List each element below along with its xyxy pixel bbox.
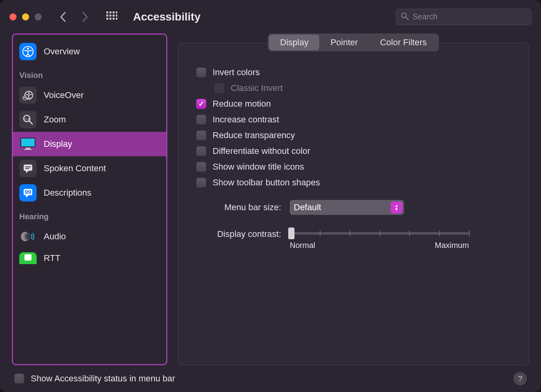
search-field[interactable] (396, 9, 532, 25)
option-label: Invert colors (213, 67, 260, 78)
menu-bar-size-select[interactable]: Default ▲▼ (290, 200, 404, 215)
display-contrast-slider[interactable] (290, 232, 469, 235)
chevron-left-icon (60, 12, 66, 22)
sidebar-item-descriptions[interactable]: 99 Descriptions (13, 181, 166, 205)
select-stepper-icon: ▲▼ (391, 202, 402, 213)
menu-bar-size-label: Menu bar size: (192, 202, 281, 213)
back-button[interactable] (57, 11, 69, 22)
search-icon (401, 12, 409, 22)
svg-point-15 (27, 48, 29, 50)
svg-rect-4 (106, 15, 108, 17)
main-content: Display Pointer Color Filters Invert col… (178, 33, 529, 365)
svg-rect-23 (26, 148, 30, 149)
minimize-window-button[interactable] (22, 13, 29, 20)
option-label: Reduce motion (213, 99, 271, 109)
nav-arrows (57, 11, 91, 22)
option-reduce-motion[interactable]: Reduce motion (196, 96, 515, 112)
close-window-button[interactable] (9, 13, 17, 20)
option-reduce-transparency[interactable]: Reduce transparency (196, 128, 515, 143)
sidebar-item-zoom[interactable]: A a Zoom (13, 107, 166, 132)
footer: Show Accessibility status in menu bar ? (12, 365, 529, 386)
display-contrast-row: Display contrast: (192, 228, 515, 250)
sidebar-item-label: RTT (44, 253, 60, 263)
svg-rect-27 (25, 168, 29, 169)
search-input[interactable] (413, 12, 526, 21)
option-label: Differentiate without color (213, 146, 310, 156)
svg-line-13 (406, 17, 408, 20)
titlebar: Accessibility (0, 0, 541, 33)
svg-text:A a: A a (24, 117, 29, 121)
sidebar-item-label: Overview (44, 46, 80, 57)
svg-rect-24 (24, 149, 32, 150)
option-classic-invert: Classic Invert (214, 80, 515, 96)
svg-rect-2 (113, 11, 115, 13)
option-show-accessibility-status[interactable]: Show Accessibility status in menu bar (14, 371, 175, 386)
svg-point-17 (28, 92, 30, 94)
accessibility-icon (19, 43, 37, 60)
chevron-right-icon (82, 12, 88, 22)
sidebar-item-label: Descriptions (44, 188, 91, 198)
sidebar: Overview Vision VoiceOver A a Zoom (12, 33, 167, 365)
tab-color-filters[interactable]: Color Filters (369, 35, 438, 50)
svg-line-20 (29, 121, 32, 124)
zoom-window-button[interactable] (35, 13, 42, 20)
option-label: Reduce transparency (213, 130, 295, 141)
sidebar-item-audio[interactable]: Audio (13, 224, 166, 249)
checkbox[interactable] (196, 130, 206, 141)
sidebar-item-label: Display (44, 139, 72, 149)
svg-rect-6 (113, 15, 115, 17)
tab-bar: Display Pointer Color Filters (268, 33, 439, 52)
sidebar-item-overview[interactable]: Overview (13, 39, 166, 64)
help-icon: ? (518, 374, 522, 383)
checkbox[interactable] (196, 162, 206, 172)
option-label: Show window title icons (213, 162, 304, 172)
sidebar-item-rtt[interactable]: RTT (13, 249, 166, 264)
option-differentiate-without-color[interactable]: Differentiate without color (196, 143, 515, 159)
checkbox[interactable] (196, 115, 206, 125)
select-value: Default (294, 202, 321, 213)
tab-pointer[interactable]: Pointer (319, 35, 369, 50)
svg-rect-11 (116, 18, 117, 20)
option-increase-contrast[interactable]: Increase contrast (196, 112, 515, 128)
svg-text:99: 99 (25, 189, 31, 195)
svg-rect-9 (109, 18, 111, 20)
option-show-title-icons[interactable]: Show window title icons (196, 159, 515, 175)
svg-rect-10 (113, 18, 115, 20)
sidebar-item-label: VoiceOver (44, 90, 84, 100)
svg-point-32 (26, 234, 30, 239)
checkbox[interactable] (196, 146, 206, 156)
help-button[interactable]: ? (513, 372, 527, 385)
checkbox[interactable] (196, 67, 206, 78)
spoken-content-icon (19, 160, 37, 177)
accessibility-window: Accessibility Overview Vision (0, 0, 541, 392)
checkbox[interactable] (14, 374, 24, 384)
sidebar-section-header: Hearing (13, 205, 166, 224)
sidebar-item-label: Spoken Content (44, 163, 106, 174)
forward-button[interactable] (80, 11, 91, 22)
sidebar-item-voiceover[interactable]: VoiceOver (13, 83, 166, 107)
option-invert-colors[interactable]: Invert colors (196, 65, 515, 80)
checkbox[interactable] (196, 99, 206, 109)
svg-rect-26 (25, 166, 31, 167)
tab-display[interactable]: Display (269, 35, 319, 50)
checkbox[interactable] (196, 178, 206, 188)
display-icon (19, 135, 37, 153)
show-all-button[interactable] (106, 11, 117, 22)
window-title: Accessibility (133, 11, 200, 23)
svg-rect-25 (24, 165, 32, 171)
slider-thumb[interactable] (288, 227, 295, 239)
window-controls (9, 13, 42, 20)
menu-bar-size-row: Menu bar size: Default ▲▼ (192, 200, 515, 215)
option-label: Classic Invert (231, 83, 283, 93)
sidebar-item-display[interactable]: Display (13, 132, 166, 156)
sidebar-item-label: Zoom (44, 115, 66, 125)
option-show-toolbar-shapes[interactable]: Show toolbar button shapes (196, 175, 515, 190)
svg-rect-3 (116, 11, 117, 13)
svg-rect-1 (109, 11, 111, 13)
sidebar-item-spoken-content[interactable]: Spoken Content (13, 156, 166, 181)
checkbox (214, 83, 224, 93)
zoom-icon: A a (19, 111, 37, 128)
svg-point-12 (402, 13, 406, 18)
descriptions-icon: 99 (19, 184, 37, 202)
svg-rect-5 (109, 15, 111, 17)
